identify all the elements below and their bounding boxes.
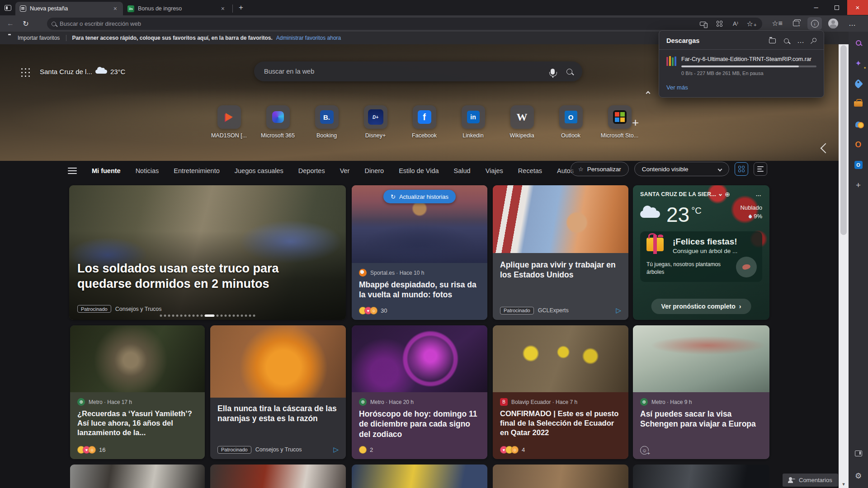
weather-card[interactable]: SANTA CRUZ DE LA SIER... ⊕ … 23°C Nublad…: [633, 185, 769, 320]
nav-recetas[interactable]: Recetas: [518, 167, 542, 174]
quick-link-facebook[interactable]: fFacebook: [410, 105, 439, 139]
carousel-dots[interactable]: [160, 314, 255, 317]
grid-view-button[interactable]: [735, 162, 748, 176]
downloads-button[interactable]: ↓: [807, 17, 822, 30]
quick-link-madison[interactable]: MAD1SON [...: [215, 105, 244, 139]
address-bar[interactable]: Buscar o escribir dirección web A⁾ ☆₊: [47, 18, 762, 30]
open-downloads-folder-icon[interactable]: [769, 38, 776, 43]
tab-actions-button[interactable]: [0, 0, 15, 15]
tab-bonus-de-ingreso[interactable]: 3s Bonus de ingreso ×: [123, 2, 231, 15]
quick-link-linkedin[interactable]: inLinkedin: [459, 105, 488, 139]
nav-juegos-casuales[interactable]: Juegos casuales: [235, 167, 283, 174]
collections-button[interactable]: [788, 17, 804, 30]
sidebar-panel-icon[interactable]: [853, 447, 864, 459]
quick-link-booking[interactable]: B.Booking: [312, 105, 341, 139]
download-item[interactable]: Far-Cry-6-Ultimate-Edition-TRNT-SteamRIP…: [659, 50, 824, 78]
search-downloads-icon[interactable]: [784, 38, 789, 43]
quick-link-disney[interactable]: D+Disney+: [361, 105, 390, 139]
article-card-partial[interactable]: [210, 465, 346, 488]
chevron-down-icon[interactable]: [719, 192, 722, 196]
reactions[interactable]: ♥ ☺ 30: [359, 307, 387, 314]
expand-background-icon[interactable]: [821, 143, 831, 154]
minimize-button[interactable]: ─: [806, 0, 826, 15]
location-weather-chip[interactable]: Santa Cruz de l... 23°C: [40, 68, 125, 75]
nav-entretenimiento[interactable]: Entretenimiento: [174, 167, 220, 174]
sidebar-tools-icon[interactable]: [853, 98, 864, 110]
microphone-icon[interactable]: [551, 69, 555, 75]
article-card-schengen-visa[interactable]: ⊕Metro · Hace 9 h Así puedes sacar la vi…: [633, 325, 769, 459]
maximize-button[interactable]: [826, 0, 847, 15]
more-menu-button[interactable]: …: [844, 17, 860, 30]
ad-choices-icon[interactable]: ▷: [616, 306, 621, 314]
article-card-mbappe[interactable]: ↻Actualizar historias Sportal.es · Hace …: [352, 185, 487, 320]
personalize-button[interactable]: ☆Personalizar: [571, 162, 629, 176]
tab-nueva-pestana[interactable]: Nueva pestaña ×: [15, 2, 123, 15]
ad-choices-icon[interactable]: ▷: [333, 446, 339, 454]
scroll-down-arrow-icon[interactable]: ▾: [839, 481, 849, 487]
tab-close-icon[interactable]: ×: [220, 5, 226, 12]
list-view-button[interactable]: [754, 162, 767, 176]
favorites-button[interactable]: ☆≡: [769, 17, 785, 30]
article-card-partial[interactable]: [352, 465, 487, 488]
reactions[interactable]: ♥ ☺ 16: [77, 446, 105, 454]
weather-promo[interactable]: ¡Felices fiestas! Consigue un árbol de .…: [640, 231, 762, 282]
nav-viajes[interactable]: Viajes: [486, 167, 503, 174]
sidebar-games-icon[interactable]: [853, 118, 864, 130]
pin-icon[interactable]: [811, 37, 817, 43]
sidebar-shopping-icon[interactable]: [853, 78, 864, 89]
tab-close-icon[interactable]: ×: [112, 5, 118, 12]
web-search-input[interactable]: Buscar en la web: [254, 61, 582, 81]
quick-link-wikipedia[interactable]: WWikipedia: [508, 105, 537, 139]
see-more-link[interactable]: Ver más: [659, 78, 824, 97]
article-card-partial[interactable]: [633, 465, 769, 488]
nav-mi-fuente[interactable]: Mi fuente: [92, 167, 121, 174]
import-favorites-button[interactable]: Importar favoritos: [0, 35, 66, 41]
article-card-partial[interactable]: [70, 465, 205, 488]
read-aloud-icon[interactable]: A⁾: [730, 19, 741, 29]
full-forecast-button[interactable]: Ver pronóstico completo›: [651, 299, 751, 314]
article-card-ecuador[interactable]: BBolavip Ecuador · Hace 7 h CONFIRMADO |…: [493, 325, 628, 459]
refresh-stories-button[interactable]: ↻Actualizar historias: [383, 190, 456, 203]
feedback-button[interactable]: Comentarios: [783, 474, 838, 487]
content-visibility-select[interactable]: Contenido visible: [634, 162, 729, 176]
reactions[interactable]: ♥ ☺ 4: [500, 446, 525, 454]
sidebar-add-icon[interactable]: +: [853, 179, 864, 191]
add-reaction-icon[interactable]: ☺: [640, 446, 649, 455]
reactions[interactable]: 2: [359, 446, 373, 454]
weather-more-icon[interactable]: …: [756, 191, 763, 197]
nav-deportes[interactable]: Deportes: [298, 167, 325, 174]
new-tab-button[interactable]: +: [235, 1, 247, 14]
nav-estilo-de-vida[interactable]: Estilo de Vida: [399, 167, 439, 174]
article-card-yasuri[interactable]: ⊕Metro · Hace 17 h ¿Recuerdas a ‘Yasuri …: [70, 325, 205, 459]
quick-link-microsoft365[interactable]: Microsoft 365: [264, 105, 292, 139]
page-scrollbar[interactable]: ▾: [839, 44, 849, 488]
add-favorite-icon[interactable]: ☆₊: [746, 19, 758, 29]
quick-link-outlook[interactable]: OOutlook: [557, 105, 585, 139]
article-card-partial[interactable]: [493, 465, 628, 488]
article-card-usa-visa[interactable]: Aplique para vivir y trabajar en los Est…: [493, 185, 628, 320]
sidebar-discover-icon[interactable]: ✦: [853, 57, 864, 69]
nav-noticias[interactable]: Noticias: [136, 167, 159, 174]
close-button[interactable]: ×: [847, 0, 868, 15]
sidebar-search-icon[interactable]: [853, 37, 864, 49]
search-icon[interactable]: [566, 69, 572, 75]
sidebar-outlook-icon[interactable]: O: [853, 159, 864, 171]
downloads-more-icon[interactable]: …: [797, 37, 804, 45]
back-button[interactable]: ←: [3, 17, 18, 30]
nav-dinero[interactable]: Dinero: [364, 167, 384, 174]
scrollbar-thumb[interactable]: [840, 45, 847, 235]
waffle-menu-icon[interactable]: [20, 67, 32, 79]
profile-button[interactable]: [826, 17, 841, 30]
article-card-soldiers[interactable]: Los soldados usan este truco para quedar…: [69, 185, 346, 320]
refresh-button[interactable]: ↻: [18, 17, 33, 30]
manage-favorites-link[interactable]: Administrar favoritos ahora: [276, 35, 341, 41]
article-card-orange-peel[interactable]: Ella nunca tira la cáscara de las naranj…: [210, 325, 346, 459]
quick-link-microsoft-store[interactable]: Microsoft Sto...: [605, 105, 634, 139]
apps-grid-icon[interactable]: [713, 19, 725, 29]
article-card-horoscope[interactable]: ⊕Metro · Hace 20 h Horóscopo de hoy: dom…: [352, 325, 487, 459]
nav-ver[interactable]: Ver: [340, 167, 350, 174]
send-to-devices-icon[interactable]: [697, 19, 709, 29]
hamburger-menu-icon[interactable]: [68, 168, 77, 174]
nav-salud[interactable]: Salud: [454, 167, 471, 174]
sidebar-settings-icon[interactable]: ⚙: [853, 470, 864, 482]
